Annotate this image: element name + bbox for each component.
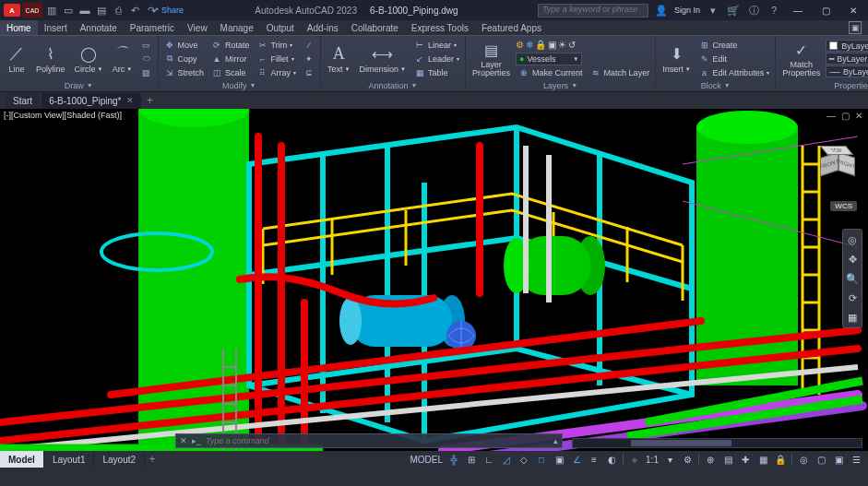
qat-share-button[interactable]: ↗ Share bbox=[161, 3, 175, 18]
status-scale[interactable]: 1:1 bbox=[644, 452, 660, 467]
wcs-label[interactable]: WCS bbox=[830, 201, 857, 211]
minimize-button[interactable]: — bbox=[787, 2, 809, 18]
layout-tab-1[interactable]: Layout1 bbox=[44, 451, 95, 468]
tab-close-icon[interactable]: ✕ bbox=[126, 96, 134, 105]
layerfreeze-icon[interactable]: ❄ bbox=[526, 40, 533, 50]
nav-orbit-icon[interactable]: ⟳ bbox=[845, 290, 860, 305]
status-transparency-icon[interactable]: ◐ bbox=[603, 452, 620, 467]
info-icon[interactable]: ⓘ bbox=[746, 3, 761, 18]
array-button[interactable]: ⠿Array▾ bbox=[255, 65, 300, 79]
cart-icon[interactable]: 🛒 bbox=[726, 3, 741, 18]
layout-tab-2[interactable]: Layout2 bbox=[94, 451, 145, 468]
cmd-menu-icon[interactable]: ▴ bbox=[553, 436, 558, 445]
status-lineweight-icon[interactable]: ≡ bbox=[586, 452, 602, 467]
view-label[interactable]: [-][Custom View][Shaded (Fast)] bbox=[4, 111, 122, 120]
qat-new-icon[interactable]: ▥ bbox=[44, 3, 59, 18]
leader-button[interactable]: ↙Leader▾ bbox=[411, 52, 462, 65]
layout-tab-model[interactable]: Model bbox=[0, 451, 44, 468]
match-properties-button[interactable]: ✓Match Properties bbox=[779, 39, 824, 78]
vp-maximize-icon[interactable]: ▢ bbox=[841, 111, 850, 121]
layer-dropdown[interactable]: ●Vessels▼ bbox=[516, 53, 582, 65]
status-cleanscreen-icon[interactable]: ▣ bbox=[830, 452, 847, 467]
tab-parametric[interactable]: Parametric bbox=[124, 20, 181, 35]
fillet-button[interactable]: ⌐Fillet▾ bbox=[255, 52, 300, 65]
help-search-input[interactable]: Type a keyword or phrase bbox=[538, 4, 648, 18]
edit-attributes-button[interactable]: aEdit Attributes▾ bbox=[696, 65, 773, 79]
tab-view[interactable]: View bbox=[181, 20, 214, 35]
qat-undo-icon[interactable]: ↶ bbox=[127, 3, 142, 18]
tab-manage[interactable]: Manage bbox=[214, 20, 260, 35]
signin-icon[interactable]: 👤 bbox=[654, 3, 669, 18]
polyline-button[interactable]: ⌇Polyline bbox=[32, 42, 69, 75]
text-button[interactable]: AText▼ bbox=[324, 42, 353, 75]
linetype-dropdown[interactable]: ──ByLayer▼ bbox=[826, 65, 868, 77]
app-menu-dropdown[interactable]: CAD bbox=[22, 3, 42, 18]
mirror-button[interactable]: ▲Mirror bbox=[208, 52, 253, 65]
qat-save-icon[interactable]: ▬ bbox=[77, 3, 92, 18]
ribbon-focus-icon[interactable]: ▣ bbox=[842, 20, 868, 35]
status-isolate-icon[interactable]: ◎ bbox=[795, 452, 812, 467]
status-polar-icon[interactable]: ◿ bbox=[498, 452, 515, 467]
status-customize-icon[interactable]: ☰ bbox=[848, 452, 864, 467]
status-quickprops-icon[interactable]: ▦ bbox=[755, 452, 771, 467]
status-anno-mon-icon[interactable]: ▤ bbox=[719, 452, 736, 467]
status-lock-ui-icon[interactable]: 🔒 bbox=[772, 452, 789, 467]
layeron-icon[interactable]: ☀ bbox=[558, 40, 566, 50]
rotate-button[interactable]: ⟳Rotate bbox=[208, 38, 253, 52]
status-isodraft-icon[interactable]: ◇ bbox=[516, 452, 532, 467]
status-otrack-icon[interactable]: ∠ bbox=[568, 452, 585, 467]
horizontal-scrollbar[interactable] bbox=[572, 438, 862, 448]
insert-block-button[interactable]: ⬇Insert▼ bbox=[659, 42, 694, 75]
ellipse-button[interactable]: ⬭ bbox=[138, 52, 155, 65]
command-line[interactable]: ✕ ▸_ ▴ bbox=[175, 433, 563, 448]
maximize-button[interactable]: ▢ bbox=[814, 2, 837, 18]
command-input[interactable] bbox=[206, 436, 549, 445]
nav-pan-icon[interactable]: ✥ bbox=[845, 252, 860, 267]
viewport[interactable]: [-][Custom View][Shaded (Fast)] — ▢ ✕ FR… bbox=[0, 109, 868, 451]
layerlock-icon[interactable]: 🔒 bbox=[535, 40, 546, 50]
status-grid-icon[interactable]: ╬ bbox=[446, 452, 462, 467]
dimension-button[interactable]: ⟷Dimension▼ bbox=[356, 42, 410, 75]
autodesk-app-icon[interactable]: ▾ bbox=[706, 3, 720, 18]
vp-minimize-icon[interactable]: — bbox=[826, 111, 836, 121]
status-ortho-icon[interactable]: ∟ bbox=[481, 452, 497, 467]
status-model[interactable]: MODEL bbox=[408, 452, 445, 467]
table-button[interactable]: ▦Table bbox=[411, 65, 462, 79]
status-snap-icon[interactable]: ⊞ bbox=[463, 452, 480, 467]
viewcube[interactable]: FRONT RIGHT TOP bbox=[814, 146, 855, 186]
nav-wheel-icon[interactable]: ◎ bbox=[845, 232, 860, 247]
lineweight-dropdown[interactable]: ━ByLayer▼ bbox=[826, 53, 868, 65]
help-icon[interactable]: ? bbox=[767, 3, 781, 18]
vp-close-icon[interactable]: ✕ bbox=[855, 111, 862, 121]
arc-button[interactable]: ⌒Arc▼ bbox=[109, 42, 137, 75]
nav-showmotion-icon[interactable]: ▦ bbox=[845, 310, 860, 325]
status-scale-dropdown-icon[interactable]: ▾ bbox=[661, 452, 678, 467]
status-hardware-icon[interactable]: ▢ bbox=[813, 452, 829, 467]
tab-annotate[interactable]: Annotate bbox=[74, 20, 124, 35]
status-gear-icon[interactable]: ⚙ bbox=[679, 452, 696, 467]
tab-express-tools[interactable]: Express Tools bbox=[405, 20, 475, 35]
layeroff-icon[interactable]: ⚙ bbox=[516, 40, 524, 50]
tab-insert[interactable]: Insert bbox=[38, 20, 74, 35]
match-layer-button[interactable]: ≋Match Layer bbox=[588, 65, 653, 79]
explode-button[interactable]: ✦ bbox=[301, 52, 317, 65]
tab-collaborate[interactable]: Collaborate bbox=[345, 20, 405, 35]
tab-output[interactable]: Output bbox=[260, 20, 301, 35]
erase-button[interactable]: ∕ bbox=[301, 38, 317, 52]
signin-label[interactable]: Sign In bbox=[674, 6, 700, 15]
rectangle-button[interactable]: ▭ bbox=[138, 38, 155, 52]
status-units-icon[interactable]: ✚ bbox=[737, 452, 754, 467]
status-osnap-icon[interactable]: □ bbox=[533, 452, 550, 467]
status-workspace-icon[interactable]: ⊕ bbox=[702, 452, 719, 467]
nav-zoom-icon[interactable]: 🔍 bbox=[845, 271, 860, 286]
close-button[interactable]: ✕ bbox=[842, 2, 864, 18]
move-button[interactable]: ✥Move bbox=[161, 38, 208, 52]
circle-button[interactable]: ◯Circle▼ bbox=[71, 42, 107, 75]
layerprev-icon[interactable]: ↺ bbox=[568, 40, 576, 50]
tab-add-button[interactable]: + bbox=[143, 93, 158, 108]
status-annoscale-icon[interactable]: ⟐ bbox=[626, 452, 643, 467]
scale-button[interactable]: ◫Scale bbox=[208, 65, 253, 79]
linear-button[interactable]: ⊢Linear▾ bbox=[411, 38, 462, 52]
status-3dosnap-icon[interactable]: ▣ bbox=[551, 452, 567, 467]
tab-featured-apps[interactable]: Featured Apps bbox=[475, 20, 548, 35]
